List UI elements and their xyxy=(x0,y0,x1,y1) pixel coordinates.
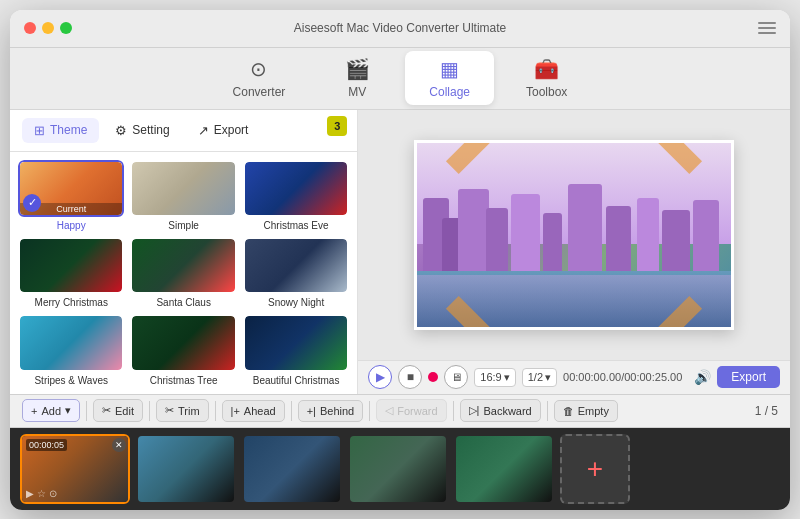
nav-tabs: ⊙ Converter 🎬 MV ▦ Collage 🧰 Toolbox xyxy=(10,48,790,110)
theme-item-merry-christmas[interactable]: Merry Christmas xyxy=(18,237,124,308)
theme-name-simple: Simple xyxy=(168,220,199,231)
timeline-clip-4[interactable] xyxy=(348,434,448,504)
screen-button[interactable]: 🖥 xyxy=(444,365,468,389)
timeline-clip-2[interactable] xyxy=(136,434,236,504)
converter-icon: ⊙ xyxy=(250,57,267,81)
sep5 xyxy=(369,401,370,421)
right-panel: ▶ ■ 🖥 16:9 ▾ 1/2 ▾ 00:00:00.00/00:00:25.… xyxy=(358,110,790,394)
trim-button[interactable]: ✂ Trim xyxy=(156,399,209,422)
theme-name-stripes: Stripes & Waves xyxy=(34,375,108,386)
timeline-clip-1[interactable]: 00:00:05 ✕ ▶ ☆ ⊙ xyxy=(20,434,130,504)
close-button[interactable] xyxy=(24,22,36,34)
edit-button[interactable]: ✂ Edit xyxy=(93,399,143,422)
clip1-controls: ▶ ☆ ⊙ xyxy=(26,488,57,499)
timeline-clip-5[interactable] xyxy=(454,434,554,504)
empty-button[interactable]: 🗑 Empty xyxy=(554,400,618,422)
tab-collage[interactable]: ▦ Collage xyxy=(405,51,494,105)
ahead-button[interactable]: |+ Ahead xyxy=(222,400,285,422)
clip1-close[interactable]: ✕ xyxy=(112,438,126,452)
sep2 xyxy=(149,401,150,421)
setting-tab-icon: ⚙ xyxy=(115,123,127,138)
volume-icon[interactable]: 🔊 xyxy=(694,369,711,385)
clip1-time: 00:00:05 xyxy=(26,439,67,451)
title-bar: Aiseesoft Mac Video Converter Ultimate xyxy=(10,10,790,48)
tab-export-label: Export xyxy=(214,123,249,137)
left-panel: ⊞ Theme ⚙ Setting ↗ Export 3 xyxy=(10,110,358,394)
maximize-button[interactable] xyxy=(60,22,72,34)
empty-label: Empty xyxy=(578,405,609,417)
timeline: 00:00:05 ✕ ▶ ☆ ⊙ xyxy=(10,428,790,510)
theme-item-christmas-eve[interactable]: Christmas Eve xyxy=(243,160,349,231)
export-tab-icon: ↗ xyxy=(198,123,209,138)
edit-icon: ✂ xyxy=(102,404,111,417)
traffic-lights xyxy=(24,22,72,34)
tab-theme[interactable]: ⊞ Theme xyxy=(22,118,99,143)
tab-toolbox[interactable]: 🧰 Toolbox xyxy=(502,51,591,105)
export-button[interactable]: Export xyxy=(717,366,780,388)
theme-name-merry-christmas: Merry Christmas xyxy=(35,297,108,308)
tab-export[interactable]: ↗ Export xyxy=(186,118,261,143)
behind-label: Behind xyxy=(320,405,354,417)
theme-item-christmas-tree[interactable]: Christmas Tree xyxy=(130,314,236,385)
tab-setting[interactable]: ⚙ Setting xyxy=(103,118,181,143)
toolbox-icon: 🧰 xyxy=(534,57,559,81)
theme-item-stripes[interactable]: Stripes & Waves xyxy=(18,314,124,385)
tab-theme-label: Theme xyxy=(50,123,87,137)
fraction-chevron: ▾ xyxy=(545,371,551,384)
theme-item-simple[interactable]: Simple xyxy=(130,160,236,231)
controls-bar: ▶ ■ 🖥 16:9 ▾ 1/2 ▾ 00:00:00.00/00:00:25.… xyxy=(358,360,790,394)
theme-item-happy[interactable]: Current ✓ Happy xyxy=(18,160,124,231)
backward-icon: ▷| xyxy=(469,404,480,417)
theme-name-happy: Happy xyxy=(57,220,86,231)
behind-button[interactable]: +| Behind xyxy=(298,400,364,422)
tab-mv[interactable]: 🎬 MV xyxy=(317,51,397,105)
tab-converter[interactable]: ⊙ Converter xyxy=(209,51,310,105)
page-number: 1 / 5 xyxy=(755,404,778,418)
ahead-label: Ahead xyxy=(244,405,276,417)
preview-area xyxy=(358,110,790,360)
theme-item-beautiful[interactable]: Beautiful Christmas xyxy=(243,314,349,385)
timeline-clip-3[interactable] xyxy=(242,434,342,504)
aspect-ratio-value: 16:9 xyxy=(480,371,501,383)
play-button[interactable]: ▶ xyxy=(368,365,392,389)
app-window: Aiseesoft Mac Video Converter Ultimate ⊙… xyxy=(10,10,790,510)
add-icon: + xyxy=(31,405,37,417)
menu-icon[interactable] xyxy=(758,21,776,35)
aspect-ratio-select[interactable]: 16:9 ▾ xyxy=(474,368,515,387)
sep7 xyxy=(547,401,548,421)
add-clip-icon: + xyxy=(587,453,603,485)
minimize-button[interactable] xyxy=(42,22,54,34)
forward-icon: ◁ xyxy=(385,404,393,417)
behind-icon: +| xyxy=(307,405,316,417)
theme-name-snowy: Snowy Night xyxy=(268,297,324,308)
badge-counter: 3 xyxy=(327,116,347,136)
tab-mv-label: MV xyxy=(348,85,366,99)
backward-button[interactable]: ▷| Backward xyxy=(460,399,541,422)
ahead-icon: |+ xyxy=(231,405,240,417)
theme-name-santa: Santa Claus xyxy=(156,297,210,308)
sep3 xyxy=(215,401,216,421)
stop-button[interactable]: ■ xyxy=(398,365,422,389)
add-button[interactable]: + Add ▾ xyxy=(22,399,80,422)
main-content: ⊞ Theme ⚙ Setting ↗ Export 3 xyxy=(10,110,790,394)
forward-label: Forward xyxy=(397,405,437,417)
theme-item-santa[interactable]: Santa Claus xyxy=(130,237,236,308)
fraction-select[interactable]: 1/2 ▾ xyxy=(522,368,557,387)
preview-image xyxy=(417,143,731,327)
add-label: Add xyxy=(41,405,61,417)
window-title: Aiseesoft Mac Video Converter Ultimate xyxy=(294,21,507,35)
add-chevron: ▾ xyxy=(65,404,71,417)
sep1 xyxy=(86,401,87,421)
theme-tab-icon: ⊞ xyxy=(34,123,45,138)
tab-converter-label: Converter xyxy=(233,85,286,99)
tab-toolbox-label: Toolbox xyxy=(526,85,567,99)
trim-icon: ✂ xyxy=(165,404,174,417)
trim-label: Trim xyxy=(178,405,200,417)
sep6 xyxy=(453,401,454,421)
theme-name-christmas-eve: Christmas Eve xyxy=(264,220,329,231)
add-clip-button[interactable]: + xyxy=(560,434,630,504)
forward-button[interactable]: ◁ Forward xyxy=(376,399,446,422)
theme-item-snowy[interactable]: Snowy Night xyxy=(243,237,349,308)
tab-setting-label: Setting xyxy=(132,123,169,137)
mv-icon: 🎬 xyxy=(345,57,370,81)
